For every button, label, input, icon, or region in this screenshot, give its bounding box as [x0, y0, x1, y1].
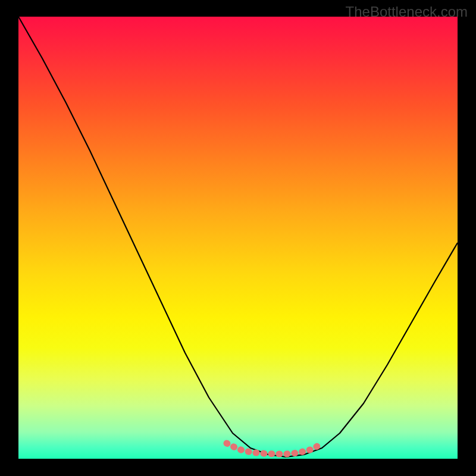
- plot-area: [18, 17, 458, 459]
- watermark-text: TheBottleneck.com: [346, 4, 468, 20]
- bottom-highlight-curve: [227, 443, 322, 454]
- curve-layer: [18, 17, 458, 459]
- chart-container: TheBottleneck.com: [0, 0, 476, 476]
- bottleneck-curve: [18, 17, 458, 457]
